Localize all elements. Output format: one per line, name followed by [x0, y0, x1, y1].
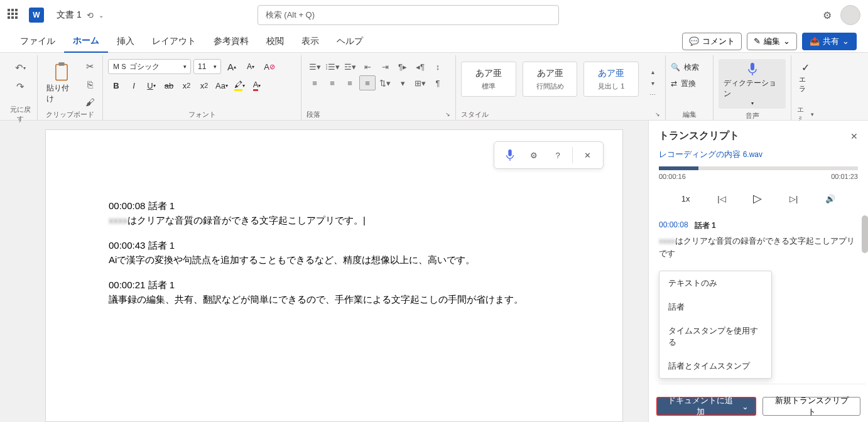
add-to-document-button[interactable]: ドキュメントに追加 ⌄	[656, 397, 756, 416]
underline-button[interactable]: U ▾	[143, 78, 160, 93]
show-marks-button[interactable]: ¶	[430, 75, 446, 90]
tab-review[interactable]: 校閲	[258, 30, 293, 53]
align-center-button[interactable]: ≡	[324, 75, 340, 90]
copy-button[interactable]: ⎘	[82, 77, 97, 92]
comments-button[interactable]: 💬 コメント	[682, 33, 742, 50]
format-painter-button[interactable]: 🖌	[82, 94, 97, 109]
shading-button[interactable]: ▾	[394, 75, 411, 90]
sort-button[interactable]: ↕	[430, 59, 446, 74]
change-case-button[interactable]: Aa ▾	[214, 78, 230, 93]
para-launcher-icon[interactable]: ↘	[445, 111, 450, 117]
line-spacing-button[interactable]: ⇅▾	[377, 75, 393, 90]
align-left-button[interactable]: ≡	[307, 75, 323, 90]
dictation-help-button[interactable]: ?	[546, 143, 570, 167]
cut-button[interactable]: ✂	[82, 59, 97, 74]
bold-button[interactable]: B	[108, 78, 124, 93]
tab-help[interactable]: ヘルプ	[328, 30, 372, 53]
rtl-button[interactable]: ◂¶	[412, 59, 428, 74]
dictate-button[interactable]: ディクテーション ▾	[719, 59, 786, 109]
settings-icon[interactable]: ⚙	[823, 9, 832, 21]
dictation-close-button[interactable]: ✕	[575, 143, 599, 167]
align-right-button[interactable]: ≡	[342, 75, 358, 90]
paste-button[interactable]: 貼り付け	[43, 59, 80, 107]
decrease-indent-button[interactable]: ⇤	[359, 59, 376, 74]
panel-close-button[interactable]: ✕	[850, 131, 858, 141]
panel-title: トランスクリプト	[659, 129, 850, 143]
transcript-entry[interactable]: 00:00:08 話者 1 xxxxはクリアな音質の録音ができる文字起こしアプリ…	[659, 215, 865, 266]
dictation-toolbar: ⚙ ? ✕	[494, 141, 604, 169]
app-launcher-icon[interactable]	[8, 9, 20, 21]
main-area: ⚙ ? ✕ 00:00:08 話者 1 xxxxはクリアな音質の録音ができる文字…	[0, 121, 868, 422]
doc-speaker: 話者 1	[148, 200, 175, 211]
tab-references[interactable]: 参考資料	[205, 30, 258, 53]
shrink-font-button[interactable]: A▾	[242, 59, 259, 74]
ribbon: ↶ ▾ ↷ 元に戻す 貼り付け ✂ ⎘ 🖌 クリップボード ＭＳ ゴシック▾ 1…	[0, 53, 868, 121]
tab-layout[interactable]: レイアウト	[143, 30, 205, 53]
user-avatar[interactable]	[840, 5, 860, 25]
borders-button[interactable]: ⊞▾	[412, 75, 428, 90]
menu-timestamp[interactable]: タイムスタンプを使用する	[659, 319, 771, 354]
replace-button[interactable]: ⇄ 置換	[671, 77, 696, 90]
style-normal[interactable]: あア亜標準	[461, 62, 516, 97]
font-size-value: 11	[198, 62, 206, 71]
strikethrough-button[interactable]: ab	[161, 78, 177, 93]
superscript-button[interactable]: x2	[196, 78, 212, 93]
styles-down-button[interactable]: ▾	[645, 78, 660, 88]
doc-name-text: 文書 1	[57, 9, 82, 21]
menu-speaker[interactable]: 話者	[659, 295, 771, 319]
justify-button[interactable]: ≡	[359, 75, 376, 90]
play-button[interactable]: ▷	[753, 192, 762, 205]
skip-forward-button[interactable]: ▷|	[789, 194, 798, 203]
tab-insert[interactable]: 挿入	[108, 30, 143, 53]
tab-file[interactable]: ファイル	[11, 30, 64, 53]
tab-home[interactable]: ホーム	[64, 30, 108, 53]
search-input[interactable]: 検索 (Alt + Q)	[258, 5, 559, 25]
highlight-button[interactable]: 🖍 ▾	[231, 78, 247, 93]
tab-view[interactable]: 表示	[293, 30, 328, 53]
transcript-list[interactable]: 00:00:08 話者 1 xxxxはクリアな音質の録音ができる文字起こしアプリ…	[649, 215, 868, 391]
document-name[interactable]: 文書 1 ⟲ ⌄	[57, 9, 104, 21]
mic-button[interactable]	[498, 143, 522, 167]
skip-back-button[interactable]: |◁	[717, 194, 725, 203]
undo-button[interactable]: ↶ ▾	[13, 60, 28, 75]
paste-label: 貼り付け	[46, 83, 76, 104]
playback-progress[interactable]	[659, 166, 858, 170]
grow-font-button[interactable]: A▴	[224, 59, 240, 74]
increase-indent-button[interactable]: ⇥	[377, 59, 393, 74]
numbering-button[interactable]: ⁝☰▾	[324, 59, 340, 74]
word-app-icon[interactable]: W	[29, 8, 44, 23]
redo-button[interactable]: ↷	[13, 79, 28, 94]
styles-more-button[interactable]: ⋯	[645, 89, 660, 99]
style-heading1[interactable]: あア亜見出し 1	[583, 62, 639, 97]
new-transcript-button[interactable]: 新規トランスクリプト	[762, 397, 860, 416]
svg-rect-0	[55, 65, 67, 80]
recording-link[interactable]: レコーディングの内容 6.wav	[649, 149, 868, 166]
clear-format-button[interactable]: A⊘	[261, 59, 278, 74]
style-no-spacing[interactable]: あア亜行間詰め	[523, 62, 578, 97]
dictation-settings-button[interactable]: ⚙	[522, 143, 546, 167]
style-sample: あア亜	[537, 68, 563, 79]
editing-mode-button[interactable]: ✎ 編集 ⌄	[747, 33, 797, 50]
styles-launcher-icon[interactable]: ↘	[655, 111, 660, 117]
playback-speed-button[interactable]: 1x	[681, 194, 690, 203]
font-color-button[interactable]: A ▾	[249, 78, 265, 93]
ltr-button[interactable]: ¶▸	[394, 59, 411, 74]
document-page[interactable]: ⚙ ? ✕ 00:00:08 話者 1 xxxxはクリアな音質の録音ができる文字…	[45, 129, 623, 422]
menu-text-only[interactable]: テキストのみ	[659, 271, 771, 295]
font-size-combo[interactable]: 11▾	[193, 59, 221, 74]
share-button[interactable]: 📤 共有 ⌄	[802, 33, 857, 50]
subscript-button[interactable]: x2	[178, 78, 195, 93]
transcript-entry-partial[interactable]: る文字起こしアプリで	[659, 384, 865, 391]
multilevel-button[interactable]: ☲▾	[342, 59, 358, 74]
styles-up-button[interactable]: ▴	[645, 67, 660, 77]
menu-speaker-timestamp[interactable]: 話者とタイムスタンプ	[659, 354, 771, 378]
style-name: 見出し 1	[598, 82, 624, 91]
find-button[interactable]: 🔍 検索	[671, 60, 699, 74]
bullets-button[interactable]: ☰▾	[307, 59, 323, 74]
chevron-down-icon: ⌄	[99, 12, 104, 19]
document-body[interactable]: 00:00:08 話者 1 xxxxはクリアな音質の録音ができる文字起こしアプリ…	[109, 199, 560, 306]
editor-icon[interactable]: ✓	[801, 62, 810, 73]
volume-button[interactable]: 🔊	[825, 194, 835, 203]
italic-button[interactable]: I	[126, 78, 142, 93]
font-name-combo[interactable]: ＭＳ ゴシック▾	[108, 59, 191, 74]
